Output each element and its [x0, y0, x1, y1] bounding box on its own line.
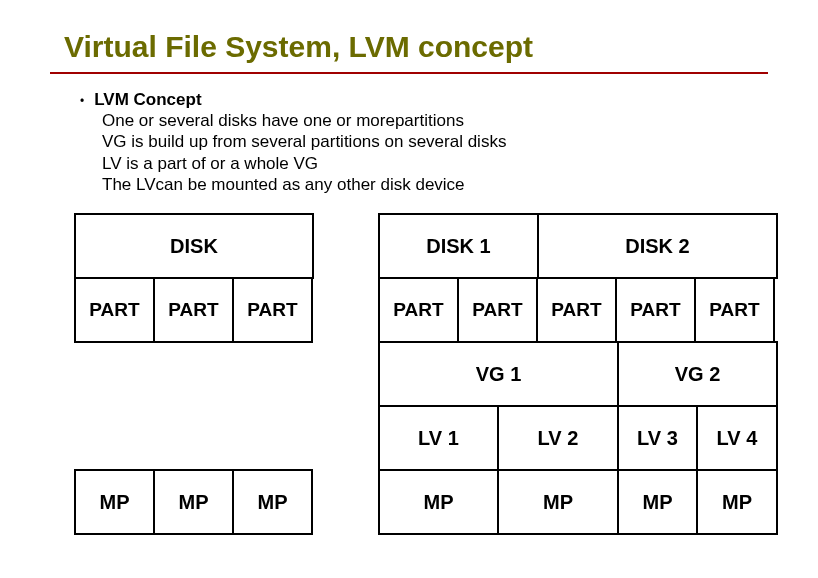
- bullet-dot: •: [80, 94, 84, 108]
- mp-cell: MP: [153, 469, 234, 535]
- spacer: [232, 405, 313, 471]
- spacer: [153, 341, 234, 407]
- title-underline: [50, 72, 768, 74]
- diagrams: DISK PART PART PART MP MP MP DISK 1 DISK…: [50, 215, 768, 535]
- spacer: [232, 341, 313, 407]
- slide-title: Virtual File System, LVM concept: [50, 30, 768, 64]
- part-cell: PART: [694, 277, 775, 343]
- bullet-section: • LVM Concept One or several disks have …: [50, 90, 768, 195]
- part-cell: PART: [615, 277, 696, 343]
- mp-cell: MP: [497, 469, 619, 535]
- part-cell: PART: [74, 277, 155, 343]
- spacer: [153, 405, 234, 471]
- disk-cell: DISK: [74, 213, 314, 279]
- diagram-simple: DISK PART PART PART MP MP MP: [74, 215, 314, 535]
- bullet-line: One or several disks have one or morepar…: [102, 110, 768, 131]
- part-cell: PART: [153, 277, 234, 343]
- mp-cell: MP: [378, 469, 499, 535]
- bullet-heading: LVM Concept: [94, 90, 201, 110]
- lv-cell: LV 4: [696, 405, 778, 471]
- bullet-line: VG is build up from several partitions o…: [102, 131, 768, 152]
- mp-cell: MP: [232, 469, 313, 535]
- disk-cell: DISK 2: [537, 213, 778, 279]
- vg-cell: VG 2: [617, 341, 778, 407]
- spacer: [74, 405, 155, 471]
- mp-cell: MP: [696, 469, 778, 535]
- part-cell: PART: [232, 277, 313, 343]
- part-cell: PART: [536, 277, 617, 343]
- bullet-line: LV is a part of or a whole VG: [102, 153, 768, 174]
- diagram-lvm: DISK 1 DISK 2 PART PART PART PART PART V…: [378, 215, 778, 535]
- lv-cell: LV 3: [617, 405, 698, 471]
- part-cell: PART: [457, 277, 538, 343]
- spacer: [74, 341, 155, 407]
- vg-cell: VG 1: [378, 341, 619, 407]
- part-cell: PART: [378, 277, 459, 343]
- lv-cell: LV 2: [497, 405, 619, 471]
- lv-cell: LV 1: [378, 405, 499, 471]
- disk-cell: DISK 1: [378, 213, 539, 279]
- mp-cell: MP: [74, 469, 155, 535]
- bullet-line: The LVcan be mounted as any other disk d…: [102, 174, 768, 195]
- mp-cell: MP: [617, 469, 698, 535]
- bullet-body: One or several disks have one or morepar…: [80, 110, 768, 195]
